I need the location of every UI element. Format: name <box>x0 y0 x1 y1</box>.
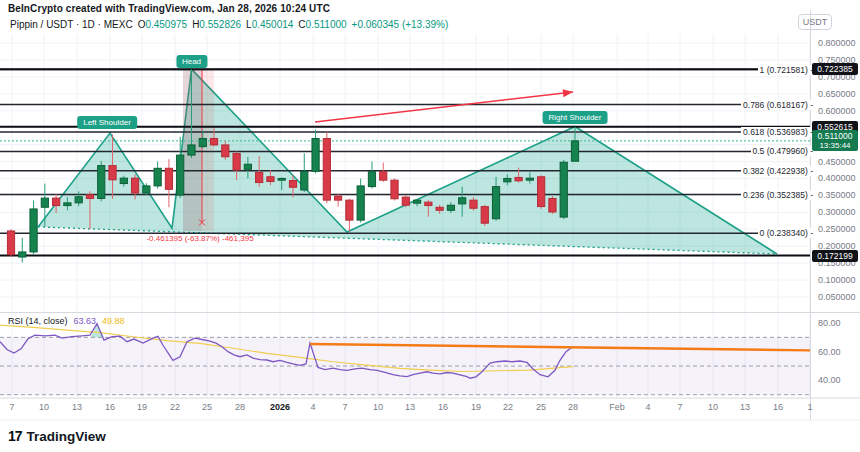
price-axis-tick[interactable]: 0.350000 <box>818 190 856 200</box>
time-axis-tick[interactable]: 4 <box>645 402 650 412</box>
candle-body[interactable] <box>538 177 545 207</box>
time-axis-tick[interactable]: 2026 <box>270 402 290 412</box>
time-axis-tick[interactable]: 10 <box>708 402 718 412</box>
price-axis-tick[interactable]: 0.800000 <box>818 38 856 48</box>
candle-body[interactable] <box>481 207 488 224</box>
candle-body[interactable] <box>64 203 71 206</box>
rsi-legend[interactable]: RSI (14, close) 63.63 49.88 <box>8 316 125 326</box>
time-axis-tick[interactable]: 28 <box>235 402 245 412</box>
time-axis-tick[interactable]: 25 <box>536 402 546 412</box>
tradingview-logo[interactable]: 17 TradingView <box>8 428 106 444</box>
candle-body[interactable] <box>425 202 432 205</box>
candle-body[interactable] <box>143 186 150 193</box>
candle-body[interactable] <box>41 198 48 207</box>
candle-body[interactable] <box>278 178 285 180</box>
candle-body[interactable] <box>177 155 184 195</box>
candle-body[interactable] <box>492 187 499 219</box>
symbol-legend-row[interactable]: Pippin / USDT · 1D · MEXC O0.450975 H0.5… <box>10 19 448 30</box>
price-axis-tick[interactable]: 0.100000 <box>818 275 856 285</box>
candle-body[interactable] <box>391 180 398 199</box>
candle-body[interactable] <box>131 178 138 193</box>
candle-body[interactable] <box>7 231 14 255</box>
price-axis-tick[interactable]: 0.600000 <box>818 106 856 116</box>
candle-body[interactable] <box>335 196 342 200</box>
time-axis-tick[interactable]: 19 <box>471 402 481 412</box>
candle-body[interactable] <box>504 178 511 181</box>
candle-body[interactable] <box>98 166 105 199</box>
time-axis-tick[interactable]: 13 <box>72 402 82 412</box>
price-axis-tick[interactable]: 0.450000 <box>818 157 856 167</box>
candle-body[interactable] <box>86 195 93 199</box>
candle-body[interactable] <box>515 177 522 180</box>
candle-body[interactable] <box>53 198 60 205</box>
candle-body[interactable] <box>436 207 443 210</box>
price-axis-tick[interactable]: 0.050000 <box>818 292 856 302</box>
candle-body[interactable] <box>19 252 26 257</box>
time-axis-tick[interactable]: 13 <box>405 402 415 412</box>
candle-body[interactable] <box>571 141 578 161</box>
candle-body[interactable] <box>109 166 116 180</box>
right-shoulder-label[interactable]: Right Shoulder <box>543 111 608 124</box>
quote-currency-label[interactable]: USDT <box>798 14 832 30</box>
candle-body[interactable] <box>154 168 161 186</box>
time-axis-tick[interactable]: 10 <box>39 402 49 412</box>
rsi-indicator-label[interactable]: RSI (14, close) <box>8 316 68 326</box>
time-axis-tick[interactable]: 28 <box>568 402 578 412</box>
candle-body[interactable] <box>188 145 195 155</box>
candle-body[interactable] <box>222 145 229 157</box>
time-axis-tick[interactable]: 7 <box>342 402 347 412</box>
candle-body[interactable] <box>120 178 127 183</box>
left-shoulder-label[interactable]: Left Shoulder <box>77 116 137 129</box>
candle-body[interactable] <box>30 209 37 252</box>
price-axis-tick[interactable]: 0.250000 <box>818 224 856 234</box>
rsi-axis-tick[interactable]: 40.00 <box>818 375 841 385</box>
candle-body[interactable] <box>289 181 296 188</box>
time-axis-tick[interactable]: 22 <box>503 402 513 412</box>
time-axis-tick[interactable]: Feb <box>609 402 625 412</box>
candle-body[interactable] <box>380 172 387 180</box>
candle-body[interactable] <box>256 172 263 182</box>
candle-body[interactable] <box>233 153 240 170</box>
symbol-title[interactable]: Pippin / USDT · 1D · MEXC <box>10 19 133 30</box>
candle-body[interactable] <box>402 197 409 205</box>
candle-body[interactable] <box>75 197 82 203</box>
candle-body[interactable] <box>301 171 308 190</box>
time-axis-tick[interactable]: 16 <box>438 402 448 412</box>
time-axis-tick[interactable]: 7 <box>677 402 682 412</box>
time-axis-tick[interactable]: 19 <box>137 402 147 412</box>
candle-body[interactable] <box>199 139 206 147</box>
candle-body[interactable] <box>470 200 477 208</box>
candle-body[interactable] <box>244 164 251 169</box>
candle-body[interactable] <box>165 168 172 189</box>
time-axis-tick[interactable]: 4 <box>310 402 315 412</box>
candle-body[interactable] <box>312 139 319 172</box>
candle-body[interactable] <box>346 200 353 220</box>
price-axis-tick[interactable]: 0.400000 <box>818 173 856 183</box>
candle-body[interactable] <box>210 139 217 145</box>
time-axis-tick[interactable]: 13 <box>740 402 750 412</box>
time-axis-tick[interactable]: 16 <box>773 402 783 412</box>
candle-body[interactable] <box>459 198 466 204</box>
price-axis-tick[interactable]: 0.650000 <box>818 89 856 99</box>
rsi-axis-tick[interactable]: 80.00 <box>818 318 841 328</box>
candle-body[interactable] <box>413 200 420 203</box>
candle-body[interactable] <box>447 205 454 210</box>
time-axis-tick[interactable]: 10 <box>373 402 383 412</box>
trend-arrow[interactable] <box>315 92 573 122</box>
time-axis-tick[interactable]: 7 <box>9 402 14 412</box>
candle-body[interactable] <box>368 172 375 187</box>
head-label[interactable]: Head <box>176 55 207 68</box>
rsi-axis-tick[interactable]: 60.00 <box>818 347 841 357</box>
candle-body[interactable] <box>560 162 567 217</box>
time-axis-tick[interactable]: 16 <box>105 402 115 412</box>
chart-canvas[interactable] <box>0 0 860 452</box>
candle-body[interactable] <box>323 139 330 201</box>
price-axis-tick[interactable]: 0.300000 <box>818 207 856 217</box>
candle-body[interactable] <box>549 198 556 212</box>
candle-body[interactable] <box>526 178 533 180</box>
time-axis-tick[interactable]: 1 <box>807 402 812 412</box>
time-axis-tick[interactable]: 25 <box>202 402 212 412</box>
time-axis-tick[interactable]: 22 <box>170 402 180 412</box>
candle-body[interactable] <box>357 186 364 220</box>
candle-body[interactable] <box>267 177 274 182</box>
